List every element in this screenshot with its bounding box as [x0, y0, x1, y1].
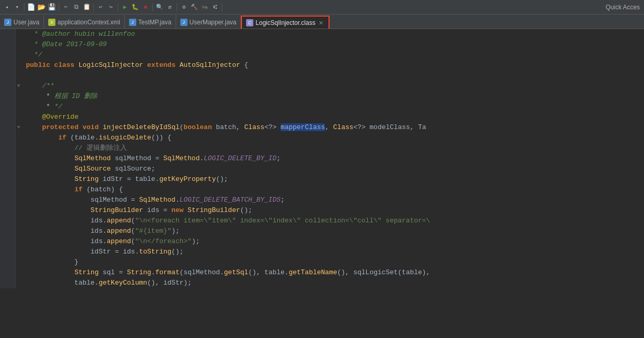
toolbar-sep-4 — [118, 3, 118, 11]
cut-icon[interactable]: ✂ — [61, 3, 70, 12]
code-line: ▼ protected void injectDeleteByIdSql(boo… — [0, 122, 644, 133]
code-line: ids.append("#{item}"); — [0, 226, 644, 236]
tab-logicsql-label: LogicSqlInjector.class — [255, 19, 315, 26]
build-icon[interactable]: 🔨 — [190, 3, 199, 12]
main-toolbar: ◂ ▾ 📄 📂 💾 ✂ ⧉ 📋 ↩ ↪ ▶ 🐛 ■ 🔍 ⇄ ⚙ 🔨 🐜 ⑆ Qu… — [0, 0, 644, 15]
fold-indicator-2[interactable]: ▼ — [17, 122, 20, 133]
code-line: String idStr = table.getKeyProperty(); — [0, 174, 644, 185]
ant-icon[interactable]: 🐜 — [200, 3, 209, 12]
search-icon[interactable]: 🔍 — [155, 3, 164, 12]
tab-user-java[interactable]: J User.java — [0, 15, 44, 29]
code-line: */ — [0, 50, 644, 60]
redo-icon[interactable]: ↪ — [106, 3, 116, 12]
code-line: * @author hubin willenfoo — [0, 29, 644, 39]
tab-testmp-label: TestMP.java — [138, 19, 171, 26]
tab-usermapper-java[interactable]: J UserMapper.java — [176, 15, 241, 29]
code-line: table.getKeyColumn(), idStr); — [0, 278, 644, 288]
code-line: StringBuilder ids = new StringBuilder(); — [0, 205, 644, 216]
debug-icon[interactable]: 🐛 — [131, 3, 140, 12]
settings-icon[interactable]: ⚙ — [179, 3, 189, 12]
tab-logicsql-class[interactable]: C LogicSqlInjector.class ✕ — [241, 16, 329, 29]
code-line: SqlSource sqlSource; — [0, 164, 644, 174]
run-icon[interactable]: ▶ — [120, 3, 130, 12]
xml-file-icon: X — [48, 19, 55, 26]
code-line: // 逻辑删除注入 — [0, 143, 644, 153]
tab-user-java-label: User.java — [13, 19, 39, 26]
code-line: sqlMethod = SqlMethod.LOGIC_DELETE_BATCH… — [0, 195, 644, 205]
tab-testmp-java[interactable]: J TestMP.java — [125, 15, 176, 29]
git-icon[interactable]: ⑆ — [210, 3, 220, 12]
code-line: SqlMethod sqlMethod = SqlMethod.LOGIC_DE… — [0, 153, 644, 164]
code-line: if (batch) { — [0, 185, 644, 195]
class-file-icon: C — [246, 19, 253, 26]
paste-icon[interactable]: 📋 — [82, 3, 91, 12]
open-icon[interactable]: 📂 — [37, 3, 46, 12]
code-line: * */ — [0, 102, 644, 112]
file-icon[interactable]: 📄 — [26, 3, 36, 12]
back-icon[interactable]: ◂ — [2, 3, 11, 12]
code-line: ids.append("\n<foreach item=\"item\" ind… — [0, 216, 644, 226]
toolbar-sep-7 — [222, 3, 222, 11]
tab-appcontext-label: applicationContext.xml — [58, 19, 120, 26]
tab-close-button[interactable]: ✕ — [318, 20, 324, 26]
toolbar-sep-3 — [93, 3, 94, 11]
toolbar-sep-5 — [152, 3, 153, 11]
code-line: idStr = ids.toString(); — [0, 247, 644, 257]
code-line: String sql = String.format(sqlMethod.get… — [0, 267, 644, 278]
tab-usermapper-label: UserMapper.java — [190, 19, 237, 26]
replace-icon[interactable]: ⇄ — [165, 3, 175, 12]
stop-icon[interactable]: ■ — [141, 3, 150, 12]
java-file-icon-2: J — [129, 19, 136, 26]
code-editor[interactable]: * @author hubin willenfoo * @Date 2017-0… — [0, 29, 644, 338]
code-line: } — [0, 257, 644, 267]
undo-icon[interactable]: ↩ — [96, 3, 105, 12]
code-line — [0, 71, 644, 81]
java-file-icon-3: J — [180, 19, 188, 26]
code-container: * @author hubin willenfoo * @Date 2017-0… — [0, 29, 644, 338]
code-line: ▼ /** — [0, 81, 644, 91]
code-line: @Override — [0, 112, 644, 122]
copy-icon[interactable]: ⧉ — [71, 3, 81, 12]
code-line: public class LogicSqlInjector extends Au… — [0, 60, 644, 71]
nav-icon[interactable]: ▾ — [12, 3, 22, 12]
code-line: if (table.isLogicDelete()) { — [0, 133, 644, 143]
code-line: ids.append("\n</foreach>"); — [0, 236, 644, 247]
toolbar-sep-6 — [177, 3, 177, 11]
tabs-bar: J User.java X applicationContext.xml J T… — [0, 15, 644, 29]
toolbar-sep-2 — [59, 3, 59, 11]
java-file-icon: J — [4, 19, 11, 26]
save-icon[interactable]: 💾 — [47, 3, 56, 12]
code-line: * 根据 ID 删除 — [0, 91, 644, 102]
fold-indicator[interactable]: ▼ — [17, 81, 20, 91]
quick-access-label: Quick Acces — [606, 4, 642, 11]
toolbar-sep-1 — [24, 3, 24, 11]
tab-appcontext-xml[interactable]: X applicationContext.xml — [44, 15, 125, 29]
code-line: * @Date 2017-09-09 — [0, 39, 644, 50]
